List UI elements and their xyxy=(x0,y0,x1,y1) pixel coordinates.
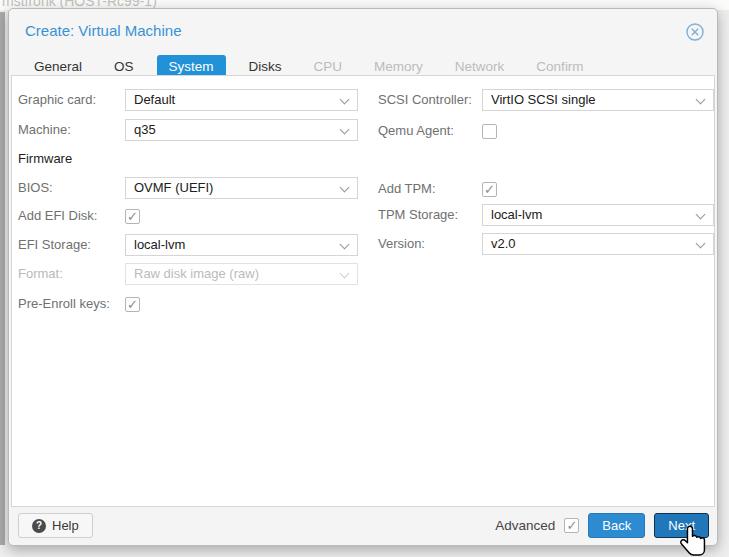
firmware-heading: Firmware xyxy=(18,151,72,167)
tpm-storage-label: TPM Storage: xyxy=(378,204,458,226)
add-tpm-checkbox[interactable] xyxy=(482,182,497,197)
back-button[interactable]: Back xyxy=(588,513,645,538)
bios-select[interactable]: OVMF (UEFI) xyxy=(125,177,358,199)
scsi-controller-select[interactable]: VirtIO SCSI single xyxy=(482,89,714,111)
create-vm-dialog: Create: Virtual Machine General OS Syste… xyxy=(8,8,718,546)
advanced-label: Advanced xyxy=(495,518,555,533)
chevron-down-icon xyxy=(340,269,350,279)
format-label: Format: xyxy=(18,263,63,285)
format-value: Raw disk image (raw) xyxy=(134,266,259,281)
efi-storage-value: local-lvm xyxy=(134,237,185,252)
chevron-down-icon xyxy=(696,210,706,220)
chevron-down-icon xyxy=(340,183,350,193)
help-button[interactable]: ? Help xyxy=(18,513,93,538)
scsi-controller-label: SCSI Controller: xyxy=(378,89,472,111)
close-icon[interactable] xyxy=(685,22,705,42)
graphic-card-label: Graphic card: xyxy=(18,89,96,111)
qemu-agent-label: Qemu Agent: xyxy=(378,120,454,142)
chevron-down-icon xyxy=(340,240,350,250)
version-select[interactable]: v2.0 xyxy=(482,233,714,255)
format-select: Raw disk image (raw) xyxy=(125,263,358,285)
machine-select[interactable]: q35 xyxy=(125,119,358,141)
next-button[interactable]: Next xyxy=(654,513,709,538)
help-button-label: Help xyxy=(52,518,79,533)
pre-enroll-keys-checkbox[interactable] xyxy=(125,297,140,312)
qemu-agent-checkbox[interactable] xyxy=(482,124,497,139)
efi-storage-select[interactable]: local-lvm xyxy=(125,234,358,256)
version-value: v2.0 xyxy=(491,236,516,251)
machine-label: Machine: xyxy=(18,119,71,141)
efi-storage-label: EFI Storage: xyxy=(18,234,91,256)
tpm-storage-value: local-lvm xyxy=(491,207,542,222)
scsi-controller-value: VirtIO SCSI single xyxy=(491,92,596,107)
dialog-footer: ? Help Advanced Back Next xyxy=(10,507,716,544)
version-label: Version: xyxy=(378,233,425,255)
bios-label: BIOS: xyxy=(18,177,53,199)
bios-value: OVMF (UEFI) xyxy=(134,180,213,195)
advanced-checkbox[interactable] xyxy=(564,518,579,533)
chevron-down-icon xyxy=(340,125,350,135)
graphic-card-select[interactable]: Default xyxy=(125,89,358,111)
add-tpm-label: Add TPM: xyxy=(378,178,436,200)
system-form-panel: Graphic card: Default Machine: q35 Firmw… xyxy=(11,75,715,507)
chevron-down-icon xyxy=(696,95,706,105)
chevron-down-icon xyxy=(696,239,706,249)
pre-enroll-keys-label: Pre-Enroll keys: xyxy=(18,293,110,315)
help-icon: ? xyxy=(32,519,46,533)
chevron-down-icon xyxy=(340,95,350,105)
graphic-card-value: Default xyxy=(134,92,175,107)
tpm-storage-select[interactable]: local-lvm xyxy=(482,204,714,226)
add-efi-disk-checkbox[interactable] xyxy=(125,209,140,224)
machine-value: q35 xyxy=(134,122,156,137)
background-panel-edge xyxy=(0,12,5,545)
dialog-title: Create: Virtual Machine xyxy=(25,22,181,39)
add-efi-disk-label: Add EFI Disk: xyxy=(18,205,97,227)
